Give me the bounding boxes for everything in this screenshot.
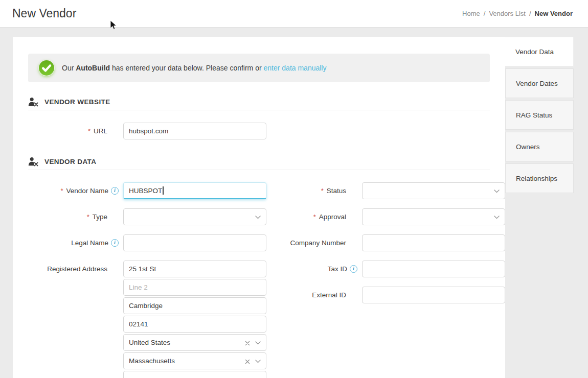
legal-name-input[interactable] — [123, 234, 266, 251]
address-extra-input[interactable] — [123, 371, 266, 378]
url-label: * URL — [28, 123, 123, 139]
tab-label: Owners — [516, 143, 540, 151]
field-label-text: URL — [94, 123, 107, 139]
vendor-name-label: * Vendor Name i — [28, 182, 123, 199]
tab-label: Relationships — [516, 175, 557, 182]
type-label: * Type — [28, 208, 123, 225]
user-tools-icon — [28, 157, 39, 167]
address-line1-input[interactable] — [123, 261, 266, 277]
company-number-label: Company Number — [267, 234, 362, 251]
field-label-text: Tax ID — [328, 261, 347, 277]
approval-label: * Approval — [267, 208, 362, 225]
required-asterisk: * — [88, 123, 91, 139]
info-icon[interactable]: i — [350, 265, 357, 273]
chevron-down-icon — [255, 360, 261, 363]
enter-data-manually-link[interactable]: enter data manually — [264, 64, 327, 72]
address-state-select[interactable]: Massachusetts — [123, 352, 266, 369]
status-select[interactable] — [362, 182, 505, 199]
tab-rag-status[interactable]: RAG Status — [505, 100, 574, 130]
side-tab-list: Vendor Data Vendor Dates RAG Status Owne… — [505, 37, 574, 195]
chevron-down-icon — [255, 216, 261, 219]
tab-label: Vendor Dates — [516, 80, 558, 87]
address-city-input[interactable] — [123, 297, 266, 314]
content-panel: Our AutoBuild has entered your data belo… — [13, 37, 505, 378]
field-label-text: Vendor Name — [66, 182, 108, 199]
field-label-text: Legal Name — [71, 234, 108, 251]
section-vendor-data-header: VENDOR DATA — [28, 156, 490, 167]
address-postcode-input[interactable] — [123, 316, 266, 333]
address-stack: United States Massachusetts — [123, 261, 266, 378]
type-row: * Type — [28, 208, 266, 225]
breadcrumb-separator: / — [484, 10, 486, 17]
chevron-down-icon — [494, 216, 500, 219]
breadcrumb-vendors-list-link[interactable]: Vendors List — [489, 10, 526, 17]
tax-id-row: Tax ID i — [267, 261, 505, 277]
status-row: * Status — [267, 182, 505, 199]
required-asterisk: * — [313, 208, 316, 225]
autobuild-banner: Our AutoBuild has entered your data belo… — [28, 54, 490, 82]
form-left-column: * Vendor Name i HUBSPOT * Type — [28, 182, 266, 378]
banner-text-middle: has entered your data below. Please conf… — [110, 64, 263, 72]
tab-label: Vendor Data — [515, 48, 554, 56]
required-asterisk: * — [87, 208, 89, 225]
tax-id-label: Tax ID i — [267, 261, 362, 277]
external-id-label: External ID — [267, 287, 362, 303]
info-icon[interactable]: i — [111, 187, 119, 195]
vendor-name-input[interactable]: HUBSPOT — [123, 182, 266, 199]
chevron-down-icon — [255, 341, 261, 345]
chevron-down-icon — [494, 190, 500, 193]
page-title: New Vendor — [12, 7, 76, 20]
section-title: VENDOR WEBSITE — [44, 98, 110, 106]
type-select[interactable] — [123, 208, 266, 225]
approval-select[interactable] — [362, 208, 505, 225]
tab-vendor-data[interactable]: Vendor Data — [505, 37, 574, 66]
legal-name-row: Legal Name i — [28, 234, 266, 251]
clear-icon[interactable] — [245, 359, 250, 364]
registered-address-label: Registered Address — [28, 261, 123, 277]
url-input[interactable] — [123, 123, 266, 139]
external-id-row: External ID — [267, 287, 505, 303]
vendor-name-row: * Vendor Name i HUBSPOT — [28, 182, 266, 199]
banner-message: Our AutoBuild has entered your data belo… — [62, 64, 326, 72]
breadcrumb: Home / Vendors List / New Vendor — [462, 10, 573, 17]
section-vendor-website-header: VENDOR WEBSITE — [28, 96, 490, 107]
url-field-row: * URL — [28, 123, 490, 139]
company-number-row: Company Number — [267, 234, 505, 251]
vendor-data-form: * Vendor Name i HUBSPOT * Type — [28, 182, 490, 378]
field-label-text: Company Number — [290, 234, 346, 251]
tax-id-input[interactable] — [362, 261, 505, 277]
vendor-name-value: HUBSPOT — [129, 187, 162, 195]
banner-autobuild: AutoBuild — [76, 64, 110, 72]
user-tools-icon — [28, 97, 39, 107]
breadcrumb-current: New Vendor — [535, 10, 573, 17]
breadcrumb-separator: / — [529, 10, 531, 17]
section-divider — [28, 110, 490, 110]
tab-vendor-dates[interactable]: Vendor Dates — [505, 68, 574, 98]
form-right-column: * Status * Approval — [267, 182, 505, 313]
address-line2-input[interactable] — [123, 279, 266, 296]
required-asterisk: * — [60, 182, 63, 199]
required-asterisk: * — [321, 182, 324, 199]
field-label-text: Status — [327, 182, 346, 199]
registered-address-row: Registered Address United States — [28, 261, 266, 378]
section-title: VENDOR DATA — [44, 158, 96, 166]
status-label: * Status — [267, 182, 362, 199]
company-number-input[interactable] — [362, 234, 505, 251]
section-divider — [28, 170, 490, 170]
field-label-text: Approval — [319, 208, 346, 225]
tab-label: RAG Status — [516, 111, 552, 119]
external-id-input[interactable] — [362, 287, 505, 303]
breadcrumb-home-link[interactable]: Home — [462, 10, 480, 17]
tab-owners[interactable]: Owners — [505, 132, 574, 161]
text-caret — [163, 186, 164, 195]
info-icon[interactable]: i — [111, 239, 119, 247]
legal-name-label: Legal Name i — [28, 234, 123, 251]
success-check-icon — [38, 60, 55, 76]
select-value: Massachusetts — [129, 357, 175, 365]
banner-text-prefix: Our — [62, 64, 76, 72]
clear-icon[interactable] — [245, 341, 250, 346]
select-value: United States — [129, 339, 170, 346]
address-country-select[interactable]: United States — [123, 334, 266, 351]
tab-relationships[interactable]: Relationships — [505, 163, 574, 193]
field-label-text: External ID — [312, 287, 346, 303]
